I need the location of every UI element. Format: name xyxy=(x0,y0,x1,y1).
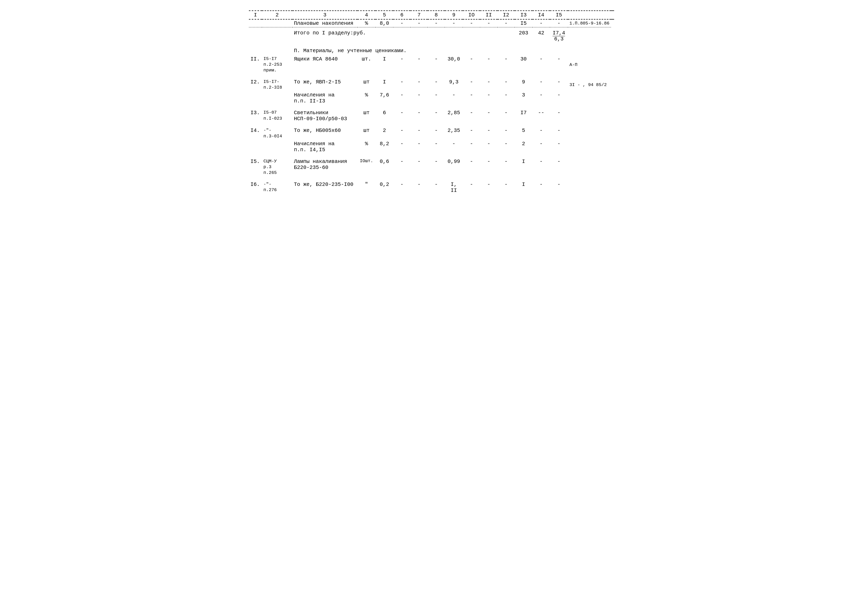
r-i5-unit: IОшт. xyxy=(357,158,375,176)
r-i3-col14: - xyxy=(550,109,568,123)
r-i4-desc: То же, НБ005х60 xyxy=(293,127,357,140)
spacer-5 xyxy=(249,176,614,181)
r-i4-col7: - xyxy=(428,127,445,140)
r-i5-desc: Лампы накаливания Б220-235-60 xyxy=(293,158,357,176)
r-ii-col6: - xyxy=(410,55,428,74)
r-i4-col11: - xyxy=(498,127,515,140)
r-i5-col12: I xyxy=(515,158,532,176)
r-i2-col5: - xyxy=(393,78,410,91)
r-i5-ref: СЦМ-У р.3 п.265 xyxy=(262,158,293,176)
r-i4s-col10: - xyxy=(480,140,497,154)
col-header-2: 2 xyxy=(262,11,293,19)
col-header-side xyxy=(568,11,611,19)
total-ref xyxy=(262,27,293,45)
col-header-4: 4 xyxy=(357,11,375,19)
r-i4s-col7: - xyxy=(428,140,445,154)
r-i6-col7: - xyxy=(428,181,445,194)
r-ii-col11: - xyxy=(498,55,515,74)
r-i6-desc: То же, Б220-235-I00 xyxy=(293,181,357,194)
total-col14-bot: 6,3 xyxy=(554,36,564,42)
r-i3-num: I3. xyxy=(249,109,262,123)
col-header-8: 8 xyxy=(428,11,445,19)
section1-row1: Плановые накопления % 8,0 - - - - - - - … xyxy=(249,19,614,27)
r-i6-unit: " xyxy=(357,181,375,194)
r-i4-col8: 2,35 xyxy=(445,127,463,140)
col-header-13: I3 xyxy=(515,11,532,19)
r-i3-col5: - xyxy=(393,109,410,123)
r-i3-ref: I5-07 п.I-023 xyxy=(262,109,293,123)
col-header-11: II xyxy=(480,11,497,19)
s2h-ref xyxy=(262,45,293,55)
r-i2s-col14: - xyxy=(550,91,568,105)
r-i2s-col12: 3 xyxy=(515,91,532,105)
r-i4-num: I4. xyxy=(249,127,262,140)
r-ii-col14: - xyxy=(550,55,568,74)
s1-col11: - xyxy=(480,19,497,27)
r-i6-col10: - xyxy=(480,181,497,194)
r-i2s-col7: - xyxy=(428,91,445,105)
s1-col12: - xyxy=(498,19,515,27)
r-i6-col13: - xyxy=(532,181,550,194)
r-i2s-unit: % xyxy=(357,91,375,105)
r-i2-col13: - xyxy=(532,78,550,91)
r-i2s-ref xyxy=(262,91,293,105)
total-label: Итого по I разделу:руб. xyxy=(293,27,498,45)
r-i2-ref: I5-I7- п.2-3I8 xyxy=(262,78,293,91)
r-ii-unit: шт. xyxy=(357,55,375,74)
r-i2-col7: - xyxy=(428,78,445,91)
total-num xyxy=(249,27,262,45)
r-i5-col5: - xyxy=(393,158,410,176)
total-right xyxy=(611,27,614,45)
r-i4s-col12: 2 xyxy=(515,140,532,154)
col-header-6: 6 xyxy=(393,11,410,19)
r-i3-col6: - xyxy=(410,109,428,123)
total-col14-top: I7,4 xyxy=(553,30,565,36)
r-ii-col12: 30 xyxy=(515,55,532,74)
col-header-7: 7 xyxy=(410,11,428,19)
s1-col7: - xyxy=(410,19,428,27)
row-i3: I3. I5-07 п.I-023 Светильники НСП-09-I00… xyxy=(249,109,614,123)
r-i2-col12: 9 xyxy=(515,78,532,91)
r-i4-col10: - xyxy=(480,127,497,140)
s1-desc: Плановые накопления xyxy=(293,19,357,27)
r-i3-col4: 6 xyxy=(375,109,393,123)
total-col15 xyxy=(568,27,611,45)
r-i2s-num xyxy=(249,91,262,105)
r-ii-col4: I xyxy=(375,55,393,74)
r-i4-col13: - xyxy=(532,127,550,140)
r-i5-col6: - xyxy=(410,158,428,176)
r-ii-num: II. xyxy=(249,55,262,74)
r-i6-col9: - xyxy=(463,181,480,194)
s2h-right xyxy=(568,45,611,55)
r-i3-col9: - xyxy=(463,109,480,123)
r-i2-col9: - xyxy=(463,78,480,91)
r-i2s-col10: - xyxy=(480,91,497,105)
r-ii-col10: - xyxy=(480,55,497,74)
r-i4-unit: шт xyxy=(357,127,375,140)
col-header-1: I xyxy=(249,11,262,19)
r-i4s-num xyxy=(249,140,262,154)
r-i2-unit: шт xyxy=(357,78,375,91)
r-i6-num: I6. xyxy=(249,181,262,194)
r-i2s-col4: 7,6 xyxy=(375,91,393,105)
r-i3-desc: Светильники НСП-09-I00/р50-03 xyxy=(293,109,357,123)
r-i2-col4: I xyxy=(375,78,393,91)
r-i6-col6: - xyxy=(410,181,428,194)
s1-col13: I5 xyxy=(515,19,532,27)
r-i4s-unit: % xyxy=(357,140,375,154)
s1-col6: - xyxy=(393,19,410,27)
total-col12: 203 xyxy=(515,27,532,45)
row-i5: I5. СЦМ-У р.3 п.265 Лампы накаливания Б2… xyxy=(249,158,614,176)
r-i2s-col5: - xyxy=(393,91,410,105)
r-i4s-col9: - xyxy=(463,140,480,154)
s1-col14: - xyxy=(532,19,550,27)
s1-unit: % xyxy=(357,19,375,27)
r-i4-col9: - xyxy=(463,127,480,140)
col-header-5: 5 xyxy=(375,11,393,19)
spacer-1 xyxy=(249,74,614,78)
r-i2s-col6: - xyxy=(410,91,428,105)
r-i4s-col14: - xyxy=(550,140,568,154)
r-i4s-col5: - xyxy=(393,140,410,154)
row-i4: I4. -"- п.3-0I4 То же, НБ005х60 шт 2 - -… xyxy=(249,127,614,140)
r-i2-col6: - xyxy=(410,78,428,91)
